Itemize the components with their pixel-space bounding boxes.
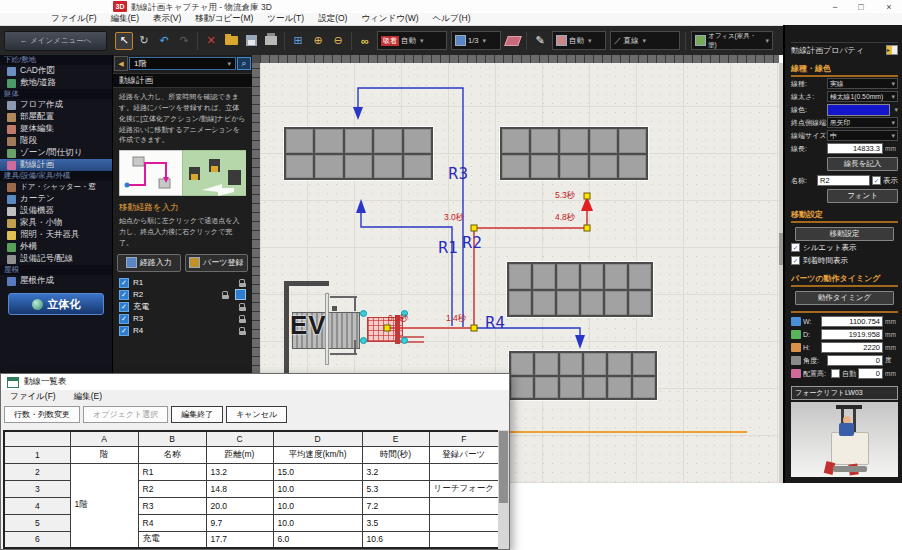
- width-field[interactable]: 1100.754: [821, 316, 883, 327]
- sidebar-item-zone-partition[interactable]: ゾーン/間仕切り: [0, 147, 112, 159]
- collapse-panel-button[interactable]: ◀: [114, 56, 128, 71]
- sidebar-item-floor[interactable]: フロア作成: [0, 99, 112, 111]
- zoom-in-button[interactable]: ⊕: [309, 32, 327, 50]
- delete-button[interactable]: ✕: [202, 32, 220, 50]
- sidebar-item-rooms[interactable]: 部屋配置: [0, 111, 112, 123]
- menu-window[interactable]: ウィンドウ(W): [354, 13, 425, 25]
- panel-toggle-icon[interactable]: ▸: [886, 45, 898, 55]
- parts-register-button[interactable]: パーツ登録: [185, 254, 249, 272]
- route-vertex-handle[interactable]: [384, 325, 390, 331]
- sidebar-item-stairs[interactable]: 階段: [0, 135, 112, 147]
- route-input-button[interactable]: 経路入力: [117, 254, 181, 272]
- route-checkbox[interactable]: ✓: [119, 278, 129, 288]
- route-list-item-r3[interactable]: ✓ R3: [115, 313, 250, 325]
- menu-settings[interactable]: 設定(O): [311, 13, 354, 25]
- dimension-mode-dropdown[interactable]: 自動 ▾: [552, 31, 606, 50]
- silhouette-checkbox[interactable]: ✓シルエット表示: [791, 241, 898, 254]
- route-list-item-r2[interactable]: ✓ R2: [115, 289, 250, 301]
- sidebar-item-lighting[interactable]: 照明・天井器具: [0, 229, 112, 241]
- flow-list-menu-edit[interactable]: 編集(E): [65, 391, 111, 403]
- zoom-out-button[interactable]: ⊖: [329, 32, 347, 50]
- menu-move-copy[interactable]: 移動/コピー(M): [188, 13, 260, 25]
- line-width-dropdown[interactable]: 極太線1(0.50mm)▾: [827, 91, 898, 102]
- show-name-checkbox[interactable]: ✓: [872, 176, 881, 185]
- flow-list-scrollbar-thumb[interactable]: [499, 431, 508, 503]
- cap-size-dropdown[interactable]: 中▾: [827, 130, 898, 141]
- infinity-tool-button[interactable]: ∞: [356, 32, 374, 50]
- route-list-item-r4[interactable]: ✓ R4: [115, 325, 250, 337]
- route-vertex-handle[interactable]: [584, 225, 590, 231]
- menu-edit[interactable]: 編集(E): [104, 13, 146, 25]
- route-name-field[interactable]: R2: [817, 175, 870, 186]
- sidebar-item-curtains[interactable]: カーテン: [0, 193, 112, 205]
- depth-field[interactable]: 1919.958: [821, 329, 883, 340]
- change-rows-cols-button[interactable]: 行数・列数変更: [4, 406, 80, 423]
- sidebar-item-furniture[interactable]: 家具・小物: [0, 217, 112, 229]
- route-checkbox[interactable]: ✓: [119, 302, 129, 312]
- finish-edit-button[interactable]: 編集終了: [171, 406, 223, 423]
- flow-list-menu-file[interactable]: ファイル(F): [1, 391, 65, 403]
- route-checkbox[interactable]: ✓: [119, 290, 129, 300]
- write-length-button[interactable]: 線長を記入: [827, 157, 898, 171]
- sidebar-item-exterior[interactable]: 外構: [0, 241, 112, 253]
- select-tool-button[interactable]: ↖: [115, 32, 133, 50]
- floor-search-button[interactable]: ⌕: [237, 57, 251, 70]
- angle-field[interactable]: 0: [827, 355, 883, 366]
- route-vertex-handle[interactable]: [471, 225, 477, 231]
- category-dropdown[interactable]: オフィス(家具・塗) ▾: [691, 31, 773, 50]
- menu-tools[interactable]: ツール(T): [260, 13, 311, 25]
- menu-help[interactable]: ヘルプ(H): [426, 13, 478, 25]
- timing-button[interactable]: 動作タイミング: [795, 291, 894, 305]
- sidebar-item-equipment[interactable]: 設備機器: [0, 205, 112, 217]
- line-length-field[interactable]: 14833.3: [827, 143, 883, 154]
- route-checkbox[interactable]: ✓: [119, 326, 129, 336]
- sidebar-item-doors[interactable]: ドア・シャッター・窓: [0, 181, 112, 193]
- flow-list-table[interactable]: AB CD EF 1 階名称 距離(m)平均速度(km/h) 時間(秒)登録パー…: [3, 430, 500, 549]
- end-cap-dropdown[interactable]: 黒矢印▾: [827, 117, 898, 128]
- sidebar-item-cad[interactable]: CAD作図: [0, 65, 112, 77]
- sidebar-item-flow-plan[interactable]: 動線計画: [0, 159, 112, 171]
- save-button[interactable]: [242, 32, 260, 50]
- back-to-main-menu-button[interactable]: ← メインメニューへ: [4, 31, 107, 51]
- route-vertex-handle[interactable]: [584, 193, 590, 199]
- sidebar-item-symbols-wiring[interactable]: 設備記号/配線: [0, 253, 112, 265]
- redo-button[interactable]: ↷: [175, 32, 193, 50]
- font-button[interactable]: フォント: [827, 189, 898, 203]
- auto-height-checkbox[interactable]: [831, 369, 840, 378]
- arrival-time-checkbox[interactable]: ✓到着時間表示: [791, 254, 898, 267]
- open-button[interactable]: [222, 32, 240, 50]
- placement-height-field[interactable]: 0: [858, 368, 883, 379]
- snap-mode-dropdown[interactable]: 吸着 自動 ▾: [377, 31, 447, 50]
- route-checkbox[interactable]: ✓: [119, 314, 129, 324]
- route-line-r3[interactable]: [358, 88, 463, 327]
- route-line-r2-selected[interactable]: [387, 211, 587, 328]
- move-settings-button[interactable]: 移動設定: [795, 227, 894, 241]
- undo-button[interactable]: ↶: [155, 32, 173, 50]
- floor-selector-dropdown[interactable]: 1階 ▾: [129, 57, 236, 70]
- flow-list-title-bar[interactable]: 動線一覧表: [1, 374, 509, 390]
- scale-dropdown[interactable]: 1/3 ▾: [451, 31, 501, 50]
- object-select-button[interactable]: オブジェクト選択: [83, 406, 168, 423]
- fit-view-button[interactable]: ⊞: [289, 32, 307, 50]
- cancel-button[interactable]: キャンセル: [226, 406, 287, 423]
- route-list-item-r1[interactable]: ✓ R1: [115, 277, 250, 289]
- pen-tool-button[interactable]: ✎: [531, 32, 549, 50]
- height-field[interactable]: 2220: [821, 342, 883, 353]
- eraser-button[interactable]: [504, 32, 522, 50]
- route-vertex-handle[interactable]: [471, 325, 477, 331]
- sidebar-item-structure-edit[interactable]: 躯体編集: [0, 123, 112, 135]
- maximize-button[interactable]: □: [852, 0, 870, 13]
- route-line-r1[interactable]: [361, 213, 452, 326]
- print-button[interactable]: [262, 32, 280, 50]
- menu-file[interactable]: ファイル(F): [44, 13, 104, 25]
- menu-view[interactable]: 表示(V): [146, 13, 188, 25]
- line-color-dropdown[interactable]: [827, 104, 890, 116]
- rotate-select-tool-button[interactable]: ↻: [135, 32, 153, 50]
- sidebar-item-site-road[interactable]: 敷地/道路: [0, 77, 112, 89]
- sidebar-item-roof[interactable]: 屋根作成: [0, 275, 112, 287]
- close-button[interactable]: ×: [880, 0, 898, 13]
- make-3d-button[interactable]: 立体化: [8, 293, 104, 315]
- line-type-dropdown[interactable]: 実線▾: [827, 78, 898, 89]
- route-list-item-charge[interactable]: ✓ 充電: [115, 301, 250, 313]
- minimize-button[interactable]: −: [826, 0, 844, 13]
